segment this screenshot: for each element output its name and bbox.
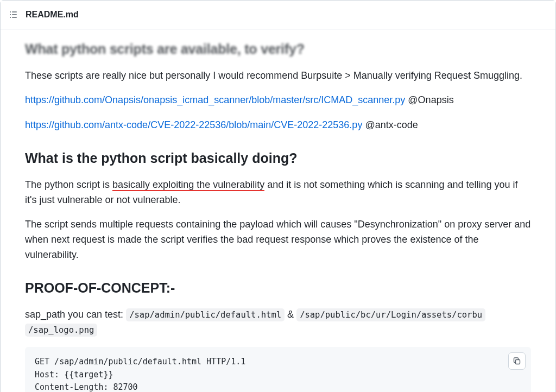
poc-line-pre: sap_path you can test: — [25, 309, 126, 320]
svg-rect-1 — [12, 11, 17, 12]
svg-point-0 — [10, 11, 11, 12]
heading-what-doing: What is the python script basically doin… — [25, 148, 531, 169]
svg-rect-5 — [12, 17, 17, 18]
link1-attrib: @Onapsis — [405, 94, 453, 105]
poc-amp: & — [285, 309, 296, 320]
readme-body: What python scripts are available, to ve… — [1, 39, 555, 392]
link1-line: https://github.com/Onapsis/onapsis_icmad… — [25, 93, 531, 108]
poc-code-path-3: /sap_logo.png — [25, 324, 97, 337]
link2-attrib: @antx-code — [362, 119, 418, 130]
onapsis-scanner-link[interactable]: https://github.com/Onapsis/onapsis_icmad… — [25, 94, 405, 105]
scripts-intro-text: These scripts are really nice but person… — [25, 68, 531, 84]
antx-cve-link[interactable]: https://github.com/antx-code/CVE-2022-22… — [25, 119, 362, 130]
svg-rect-3 — [12, 14, 17, 15]
codeblock-text: GET /sap/admin/public/default.html HTTP/… — [35, 357, 245, 392]
desc1-pre: The python script is — [25, 179, 112, 190]
partial-heading-scripts: What python scripts are available, to ve… — [25, 39, 531, 60]
poc-code-path-2: /sap/public/bc/ur/Login/assets/corbu — [296, 308, 485, 321]
file-name: README.md — [26, 8, 79, 21]
toc-icon[interactable] — [9, 10, 18, 19]
link2-line: https://github.com/antx-code/CVE-2022-22… — [25, 118, 531, 133]
desc1-underlined: basically exploiting the vulnerability — [112, 179, 264, 191]
http-request-codeblock: GET /sap/admin/public/default.html HTTP/… — [25, 347, 531, 392]
desc-paragraph-2: The script sends multiple requests conta… — [25, 217, 531, 263]
svg-rect-6 — [516, 360, 520, 364]
desc-paragraph-1: The python script is basically exploitin… — [25, 178, 531, 208]
poc-paths-line: sap_path you can test: /sap/admin/public… — [25, 307, 531, 338]
poc-code-path-1: /sap/admin/public/default.html — [126, 308, 285, 321]
svg-point-4 — [10, 17, 11, 18]
readme-header: README.md — [1, 1, 555, 29]
codeblock-wrapper: GET /sap/admin/public/default.html HTTP/… — [25, 347, 531, 392]
copy-icon — [513, 357, 521, 365]
svg-point-2 — [10, 14, 11, 15]
heading-poc: PROOF-OF-CONCEPT:- — [25, 278, 531, 299]
copy-button[interactable] — [508, 352, 526, 370]
readme-box: README.md What python scripts are availa… — [0, 0, 556, 392]
